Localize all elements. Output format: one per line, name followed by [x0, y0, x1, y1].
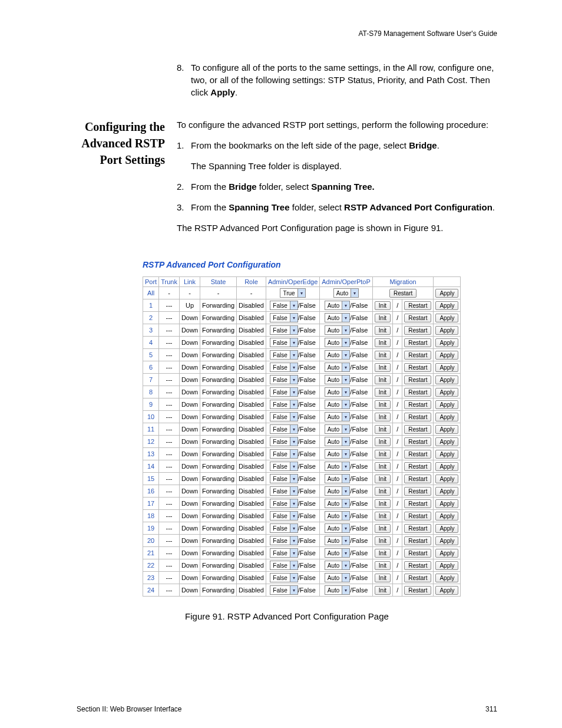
- init-button[interactable]: Init: [375, 326, 391, 335]
- dropdown[interactable]: False▾: [270, 424, 297, 434]
- dropdown[interactable]: Auto▾: [325, 350, 351, 360]
- dropdown[interactable]: Auto▾: [325, 561, 351, 570]
- dropdown[interactable]: False▾: [270, 462, 297, 471]
- dropdown[interactable]: Auto▾: [325, 437, 351, 446]
- dropdown[interactable]: False▾: [270, 338, 297, 347]
- init-button[interactable]: Init: [375, 586, 391, 595]
- dropdown[interactable]: Auto▾: [325, 474, 351, 483]
- restart-button[interactable]: Restart: [389, 289, 416, 298]
- apply-button[interactable]: Apply: [435, 388, 458, 397]
- restart-button[interactable]: Restart: [404, 351, 431, 360]
- init-button[interactable]: Init: [375, 536, 391, 545]
- apply-button[interactable]: Apply: [435, 524, 458, 533]
- dropdown[interactable]: Auto▾: [325, 325, 351, 335]
- restart-button[interactable]: Restart: [404, 536, 431, 545]
- restart-button[interactable]: Restart: [404, 524, 431, 533]
- dropdown[interactable]: False▾: [270, 585, 297, 595]
- apply-button[interactable]: Apply: [435, 375, 458, 384]
- restart-button[interactable]: Restart: [404, 400, 431, 409]
- dropdown[interactable]: False▾: [270, 486, 297, 496]
- restart-button[interactable]: Restart: [404, 375, 431, 384]
- restart-button[interactable]: Restart: [404, 437, 431, 446]
- apply-button[interactable]: Apply: [435, 487, 458, 496]
- dropdown[interactable]: Auto▾: [325, 412, 351, 421]
- init-button[interactable]: Init: [375, 475, 391, 483]
- apply-button[interactable]: Apply: [435, 536, 458, 545]
- dropdown[interactable]: False▾: [270, 301, 297, 310]
- dropdown[interactable]: False▾: [270, 387, 297, 397]
- apply-button[interactable]: Apply: [435, 549, 458, 558]
- dropdown[interactable]: False▾: [270, 499, 297, 508]
- init-button[interactable]: Init: [375, 375, 391, 384]
- dropdown[interactable]: Auto▾: [325, 585, 351, 595]
- restart-button[interactable]: Restart: [404, 425, 431, 434]
- dropdown[interactable]: False▾: [270, 363, 297, 372]
- apply-button[interactable]: Apply: [435, 338, 458, 347]
- restart-button[interactable]: Restart: [404, 561, 431, 570]
- dropdown[interactable]: False▾: [270, 536, 297, 545]
- restart-button[interactable]: Restart: [404, 487, 431, 496]
- apply-button[interactable]: Apply: [435, 437, 458, 446]
- dropdown[interactable]: Auto▾: [325, 387, 351, 397]
- init-button[interactable]: Init: [375, 574, 391, 582]
- dropdown[interactable]: Auto▾: [325, 511, 351, 521]
- restart-button[interactable]: Restart: [404, 450, 431, 459]
- dropdown[interactable]: False▾: [270, 325, 297, 335]
- dropdown[interactable]: False▾: [270, 375, 297, 384]
- dropdown[interactable]: Auto▾: [325, 338, 351, 347]
- dropdown[interactable]: Auto▾: [325, 548, 351, 558]
- dropdown[interactable]: False▾: [270, 350, 297, 360]
- apply-button[interactable]: Apply: [435, 363, 458, 372]
- init-button[interactable]: Init: [375, 363, 391, 372]
- dropdown[interactable]: Auto▾: [325, 499, 351, 508]
- restart-button[interactable]: Restart: [404, 301, 431, 310]
- apply-button[interactable]: Apply: [435, 326, 458, 335]
- restart-button[interactable]: Restart: [404, 512, 431, 521]
- restart-button[interactable]: Restart: [404, 462, 431, 471]
- dropdown[interactable]: Auto▾: [325, 462, 351, 471]
- dropdown[interactable]: Auto▾: [325, 573, 351, 582]
- apply-button[interactable]: Apply: [435, 574, 458, 582]
- apply-button[interactable]: Apply: [435, 561, 458, 570]
- restart-button[interactable]: Restart: [404, 326, 431, 335]
- init-button[interactable]: Init: [375, 450, 391, 459]
- init-button[interactable]: Init: [375, 512, 391, 521]
- apply-button[interactable]: Apply: [435, 351, 458, 360]
- apply-button[interactable]: Apply: [435, 462, 458, 471]
- dropdown[interactable]: False▾: [270, 523, 297, 533]
- dropdown[interactable]: False▾: [270, 437, 297, 446]
- init-button[interactable]: Init: [375, 388, 391, 397]
- dropdown[interactable]: False▾: [270, 548, 297, 558]
- restart-button[interactable]: Restart: [404, 586, 431, 595]
- dropdown[interactable]: Auto▾: [325, 375, 351, 384]
- dropdown[interactable]: Auto▾: [325, 424, 351, 434]
- apply-button[interactable]: Apply: [435, 289, 458, 298]
- dropdown[interactable]: Auto▾: [325, 486, 351, 496]
- dropdown[interactable]: Auto▾: [325, 313, 351, 322]
- init-button[interactable]: Init: [375, 561, 391, 570]
- init-button[interactable]: Init: [375, 487, 391, 496]
- apply-button[interactable]: Apply: [435, 512, 458, 521]
- dropdown[interactable]: False▾: [270, 561, 297, 570]
- apply-button[interactable]: Apply: [435, 499, 458, 508]
- dropdown[interactable]: False▾: [270, 449, 297, 459]
- init-button[interactable]: Init: [375, 524, 391, 533]
- restart-button[interactable]: Restart: [404, 549, 431, 558]
- apply-button[interactable]: Apply: [435, 425, 458, 434]
- restart-button[interactable]: Restart: [404, 363, 431, 372]
- dropdown[interactable]: False▾: [270, 412, 297, 421]
- restart-button[interactable]: Restart: [404, 338, 431, 347]
- restart-button[interactable]: Restart: [404, 413, 431, 421]
- apply-button[interactable]: Apply: [435, 314, 458, 322]
- dropdown[interactable]: Auto▾: [325, 363, 351, 372]
- init-button[interactable]: Init: [375, 425, 391, 434]
- dropdown[interactable]: Auto▾: [325, 523, 351, 533]
- dropdown[interactable]: Auto▾: [325, 400, 351, 409]
- dropdown[interactable]: Auto▾: [325, 536, 351, 545]
- init-button[interactable]: Init: [375, 338, 391, 347]
- apply-button[interactable]: Apply: [435, 586, 458, 595]
- init-button[interactable]: Init: [375, 413, 391, 421]
- init-button[interactable]: Init: [375, 314, 391, 322]
- dropdown[interactable]: False▾: [270, 474, 297, 483]
- dropdown[interactable]: Auto▾: [325, 301, 351, 310]
